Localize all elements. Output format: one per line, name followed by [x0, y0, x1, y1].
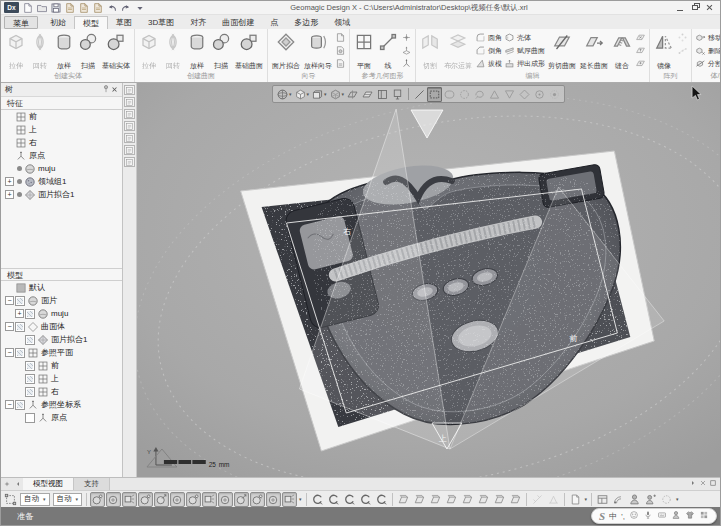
customize-toolbar-button[interactable]: [133, 2, 146, 14]
export-file-button[interactable]: [77, 2, 90, 14]
fold-toggle-button[interactable]: [460, 492, 475, 507]
visibility-checkbox[interactable]: [25, 309, 35, 319]
ribbon-delete-face-button[interactable]: [634, 31, 647, 44]
expand-icon[interactable]: +: [15, 309, 24, 318]
docked-panel-tab[interactable]: [124, 157, 135, 167]
group-dropdown[interactable]: ▾: [676, 496, 679, 502]
mic-button[interactable]: [643, 510, 653, 522]
sel1-toggle-button[interactable]: [138, 492, 153, 507]
model-section-header[interactable]: 模型: [1, 268, 122, 281]
ribbon-split-face-button[interactable]: 分割面: [694, 57, 720, 70]
visibility-checkbox[interactable]: [15, 400, 25, 410]
ribbon-extrude-form-button[interactable]: 押出成形: [503, 57, 546, 70]
maximize-view-button[interactable]: [709, 479, 717, 489]
ribbon-mirror-button[interactable]: 镜像: [652, 30, 676, 71]
pin-panel-button[interactable]: [101, 84, 111, 96]
plane-display-button[interactable]: [345, 87, 360, 102]
ribbon-thicken-surface-button[interactable]: 赋厚曲面: [503, 44, 546, 57]
ribbon-loft-wizard-button[interactable]: 放样向导: [302, 30, 334, 71]
person-toggle-button[interactable]: [627, 492, 642, 507]
close-view-button[interactable]: [699, 479, 707, 489]
ribbon-chamfer-button[interactable]: 倒角: [474, 44, 503, 57]
expand-icon[interactable]: +: [5, 177, 14, 186]
tree-item[interactable]: −参照平面: [1, 346, 122, 359]
minimize-button[interactable]: [672, 2, 687, 14]
visibility-dot-icon[interactable]: [17, 166, 22, 171]
tree-item[interactable]: 右: [1, 385, 122, 398]
punctuation-icon[interactable]: ’,: [621, 512, 625, 521]
tab-模型[interactable]: 模型: [74, 16, 108, 29]
snap-toggle-button[interactable]: [342, 492, 357, 507]
fold-toggle-button[interactable]: [476, 492, 491, 507]
snap-toggle-button[interactable]: [358, 492, 373, 507]
transform-select-button[interactable]: [3, 492, 18, 507]
ribbon-ref-plane-button[interactable]: 平面: [352, 30, 376, 71]
ribbon-move-face-button[interactable]: [634, 44, 647, 57]
section-view-button[interactable]: [360, 87, 375, 102]
fold-toggle-button[interactable]: [396, 492, 411, 507]
3d-scene-canvas[interactable]: 右 前 上 Y 25 mm: [137, 83, 720, 477]
tab-对齐[interactable]: 对齐: [182, 16, 214, 29]
visibility-checkbox[interactable]: [15, 322, 25, 332]
line-select-button[interactable]: [412, 87, 427, 102]
emoji-button[interactable]: [629, 510, 639, 522]
tree-item[interactable]: +面片拟合1: [1, 188, 122, 201]
display-style-button[interactable]: [310, 87, 325, 102]
features-section-header[interactable]: 特征: [1, 97, 122, 110]
tree-item[interactable]: 右: [1, 136, 122, 149]
view-orientation-button[interactable]: [275, 87, 290, 102]
tab-领域[interactable]: 领域: [326, 16, 358, 29]
tree-item[interactable]: 原点: [1, 411, 122, 424]
wireframe-mode-dropdown[interactable]: ▾: [342, 91, 345, 97]
visibility-checkbox[interactable]: [25, 387, 35, 397]
ribbon-mesh-fit-button[interactable]: 面片拟合: [270, 30, 302, 71]
snap-toggle-button[interactable]: [326, 492, 341, 507]
sel2-toggle-button[interactable]: [266, 492, 281, 507]
ribbon-primitive-solid-button[interactable]: 基础实体: [100, 30, 132, 71]
visibility-checkbox[interactable]: [25, 361, 35, 371]
tree-item[interactable]: 上: [1, 372, 122, 385]
ribbon-delete-body-button[interactable]: 删除体: [694, 44, 720, 57]
expand-icon[interactable]: +: [5, 190, 14, 199]
ribbon-draft-button[interactable]: 拔模: [474, 57, 503, 70]
tree-item[interactable]: +领域组1: [1, 175, 122, 188]
view-tab-other[interactable]: 支持: [74, 478, 110, 490]
ribbon-primitive-surface-button[interactable]: 基础曲面: [233, 30, 265, 71]
scroll-left-button[interactable]: [12, 478, 23, 490]
docked-panel-tab[interactable]: [124, 133, 135, 143]
tab-草图[interactable]: 草图: [108, 16, 140, 29]
fold-toggle-button[interactable]: [492, 492, 507, 507]
ribbon-revolve-wizard-button[interactable]: [334, 44, 347, 57]
tab-初始[interactable]: 初始: [42, 16, 74, 29]
ribbon-ref-coordinate-button[interactable]: [400, 57, 413, 70]
docpage-toggle-button[interactable]: [568, 492, 583, 507]
recent-file-button[interactable]: [91, 2, 104, 14]
tree-item[interactable]: −曲面体: [1, 320, 122, 333]
sel1-toggle-button[interactable]: [186, 492, 201, 507]
close-button[interactable]: [702, 2, 717, 14]
sel2-toggle-button[interactable]: [170, 492, 185, 507]
ribbon-ref-polygon-button[interactable]: [400, 44, 413, 57]
ribbon-loft-surface-button[interactable]: 放样: [185, 30, 209, 71]
visibility-checkbox[interactable]: [15, 348, 25, 358]
sel1-toggle-button[interactable]: [90, 492, 105, 507]
redo-button[interactable]: [119, 2, 132, 14]
pin-view-button[interactable]: [390, 87, 405, 102]
grid-button[interactable]: [699, 510, 709, 522]
next-view-button[interactable]: [689, 479, 697, 489]
signal-toggle-button[interactable]: [611, 492, 626, 507]
layout-toggle-button[interactable]: [595, 492, 610, 507]
docked-panel-tab[interactable]: [124, 109, 135, 119]
ribbon-extend-surface-button[interactable]: 延长曲面: [578, 30, 610, 71]
keyboard-button[interactable]: [657, 510, 667, 522]
tree-item[interactable]: +muju: [1, 307, 122, 320]
ribbon-ref-point-button[interactable]: [400, 31, 413, 44]
ribbon-trim-surface-button[interactable]: 剪切曲面: [546, 30, 578, 71]
snap-toggle-button[interactable]: [310, 492, 325, 507]
ribbon-sweep-wizard-button[interactable]: [334, 57, 347, 70]
ribbon-sew-surface-button[interactable]: 缝合: [610, 30, 634, 71]
rectangle-select-button[interactable]: [427, 87, 442, 102]
ribbon-move-body-button[interactable]: 移动体: [694, 31, 720, 44]
ghost-toggle-button[interactable]: [659, 492, 674, 507]
collapse-icon[interactable]: −: [5, 400, 14, 409]
